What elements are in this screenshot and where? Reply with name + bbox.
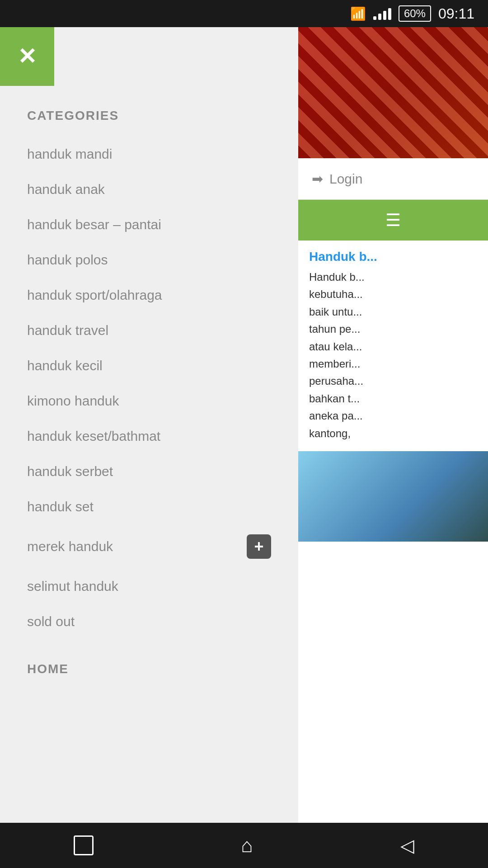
product-title: Handuk b...	[298, 241, 488, 269]
sidebar-item-label: handuk keset/bathmat	[27, 429, 160, 444]
login-arrow-icon: ➡	[312, 171, 323, 187]
description-line: atau kela...	[309, 338, 477, 355]
sidebar-item-label: kimono handuk	[27, 393, 119, 409]
bottom-nav: ⌂ ◁	[0, 823, 488, 868]
status-bar: 📶 60% 09:11	[0, 0, 488, 27]
sidebar-item-sold-out[interactable]: sold out	[0, 604, 298, 639]
sidebar-item-handuk-polos[interactable]: handuk polos	[0, 242, 298, 278]
hamburger-icon: ☰	[385, 210, 401, 230]
product-description: Handuk b...kebutuha...baik untu...tahun …	[298, 269, 488, 442]
sidebar-item-selimut-handuk[interactable]: selimut handuk	[0, 569, 298, 604]
sidebar-item-label: handuk mandi	[27, 146, 112, 162]
sidebar-item-label: handuk polos	[27, 252, 108, 268]
close-button[interactable]: ✕	[0, 27, 54, 86]
sidebar-item-handuk-sport-olahraga[interactable]: handuk sport/olahraga	[0, 278, 298, 313]
right-panel: ➡ Login ☰ Handuk b... Handuk b...kebutuh…	[298, 27, 488, 823]
home-nav-icon: ⌂	[241, 834, 253, 857]
categories-label: CATEGORIES	[0, 86, 298, 132]
description-line: Handuk b...	[309, 269, 477, 286]
sidebar-item-handuk-besar-pantai[interactable]: handuk besar – pantai	[0, 207, 298, 242]
back-nav-button[interactable]: ◁	[400, 835, 414, 856]
sidebar-drawer: ✕ CATEGORIES handuk mandihanduk anakhand…	[0, 27, 298, 823]
login-area[interactable]: ➡ Login	[298, 158, 488, 200]
sidebar-item-kimono-handuk[interactable]: kimono handuk	[0, 383, 298, 419]
menu-button[interactable]: ☰	[298, 200, 488, 241]
close-icon: ✕	[18, 45, 37, 68]
description-line: aneka pa...	[309, 407, 477, 425]
sidebar-item-label: selimut handuk	[27, 579, 118, 594]
wifi-icon: 📶	[350, 6, 366, 21]
sidebar-item-label: handuk travel	[27, 323, 108, 338]
sidebar-item-label: handuk serbet	[27, 464, 113, 479]
home-nav-button[interactable]: ⌂	[241, 834, 253, 857]
square-icon	[74, 835, 94, 855]
sidebar-item-handuk-serbet[interactable]: handuk serbet	[0, 454, 298, 489]
square-nav-button[interactable]	[74, 835, 94, 855]
time-display: 09:11	[438, 5, 474, 22]
description-line: memberi...	[309, 355, 477, 373]
signal-bars	[373, 7, 391, 20]
sidebar-item-merek-handuk[interactable]: merek handuk+	[0, 524, 298, 569]
sidebar-item-handuk-anak[interactable]: handuk anak	[0, 172, 298, 207]
home-label[interactable]: HOME	[0, 644, 298, 685]
category-list: handuk mandihanduk anakhanduk besar – pa…	[0, 132, 298, 644]
plus-icon[interactable]: +	[247, 534, 271, 559]
battery-indicator: 60%	[399, 5, 431, 22]
product-image-top	[298, 27, 488, 158]
sidebar-item-handuk-set[interactable]: handuk set	[0, 489, 298, 524]
back-icon: ◁	[400, 835, 414, 856]
sidebar-item-label: handuk kecil	[27, 358, 103, 373]
right-content: ➡ Login ☰ Handuk b... Handuk b...kebutuh…	[298, 27, 488, 823]
sidebar-item-label: sold out	[27, 614, 75, 629]
main-layout: ✕ CATEGORIES handuk mandihanduk anakhand…	[0, 27, 488, 823]
description-line: kantong,	[309, 425, 477, 442]
description-line: perusaha...	[309, 373, 477, 390]
description-line: baik untu...	[309, 303, 477, 321]
sidebar-item-handuk-keset-bathmat[interactable]: handuk keset/bathmat	[0, 419, 298, 454]
sidebar-item-label: handuk anak	[27, 182, 105, 197]
sidebar-item-label: handuk besar – pantai	[27, 217, 161, 232]
sidebar-item-handuk-travel[interactable]: handuk travel	[0, 313, 298, 348]
login-text: Login	[329, 171, 362, 187]
sidebar-item-label: handuk sport/olahraga	[27, 288, 162, 303]
description-line: kebutuha...	[309, 286, 477, 303]
sidebar-item-handuk-kecil[interactable]: handuk kecil	[0, 348, 298, 383]
sidebar-item-handuk-mandi[interactable]: handuk mandi	[0, 137, 298, 172]
sidebar-item-label: handuk set	[27, 499, 94, 514]
description-line: tahun pe...	[309, 321, 477, 338]
product-image-bottom	[298, 451, 488, 542]
description-line: bahkan t...	[309, 390, 477, 407]
sidebar-item-label: merek handuk	[27, 539, 113, 554]
status-icons: 📶 60% 09:11	[350, 5, 474, 22]
product-image-placeholder	[298, 27, 488, 158]
